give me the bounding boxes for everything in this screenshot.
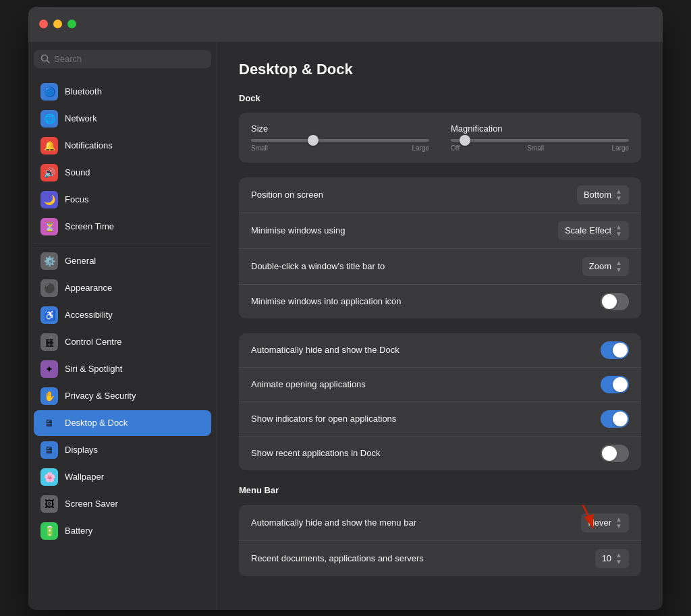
minimise-icon-label: Minimise windows into application icon [251, 296, 402, 306]
siri-spotlight-icon: ✦ [40, 360, 58, 378]
magnification-label: Magnification [451, 123, 629, 134]
sidebar-item-desktop-dock[interactable]: 🖥 Desktop & Dock [34, 410, 211, 436]
animate-toggle[interactable] [601, 376, 629, 393]
auto-hide-row: Automatically hide and show the Dock [239, 333, 641, 367]
position-label: Position on screen [251, 190, 323, 200]
position-stepper[interactable]: Bottom ▲▼ [577, 186, 629, 204]
sidebar-item-screen-saver[interactable]: 🖼 Screen Saver [34, 491, 211, 517]
svg-line-1 [47, 61, 50, 63]
sidebar-item-bluetooth[interactable]: 🔵 Bluetooth [34, 79, 211, 105]
animate-toggle-knob [613, 377, 628, 392]
minimise-value: Scale Effect [565, 225, 611, 235]
recent-docs-label: Recent documents, applications and serve… [251, 553, 424, 563]
sidebar-item-displays[interactable]: 🖥 Displays [34, 437, 211, 463]
sound-icon: 🔊 [40, 164, 58, 181]
bluetooth-icon: 🔵 [40, 83, 58, 101]
sidebar-item-siri-spotlight[interactable]: ✦ Siri & Spotlight [34, 356, 211, 382]
main-content: Desktop & Dock Dock Size [217, 42, 663, 610]
menu-bar-hide-value-group[interactable]: Never ▲▼ [581, 513, 629, 532]
show-recent-row: Show recent applications in Dock [239, 436, 641, 470]
menu-bar-hide-stepper[interactable]: Never ▲▼ [581, 513, 629, 532]
recent-docs-row: Recent documents, applications and serve… [239, 540, 641, 576]
sidebar-item-label-privacy-security: Privacy & Security [65, 391, 136, 401]
sidebar-item-control-centre[interactable]: ▦ Control Centre [34, 329, 211, 355]
sidebar-item-general[interactable]: ⚙️ General [34, 248, 211, 274]
double-click-stepper[interactable]: Zoom ▲▼ [582, 257, 629, 276]
magnification-range: Off Small Large [451, 144, 629, 152]
sidebar-item-focus[interactable]: 🌙 Focus [34, 187, 211, 213]
sidebar-item-notifications[interactable]: 🔔 Notifications [34, 133, 211, 159]
minimise-chevron: ▲▼ [615, 224, 622, 237]
sidebar-item-label-accessibility: Accessibility [65, 310, 113, 320]
sidebar-item-appearance[interactable]: ⚫ Appearance [34, 275, 211, 301]
battery-icon: 🔋 [40, 522, 58, 540]
privacy-security-icon: ✋ [40, 387, 58, 405]
focus-icon: 🌙 [40, 191, 58, 208]
sidebar-item-label-battery: Battery [65, 526, 92, 536]
show-indicators-label: Show indicators for open applications [251, 414, 396, 424]
slider-section: Size Small Large Mag [239, 113, 641, 163]
show-recent-toggle-knob [602, 446, 617, 461]
slider-row: Size Small Large Mag [251, 123, 629, 152]
magnification-slider-track[interactable] [451, 139, 629, 142]
double-click-value: Zoom [589, 261, 611, 271]
size-slider-group: Size Small Large [251, 123, 429, 152]
double-click-value-group[interactable]: Zoom ▲▼ [582, 257, 629, 276]
sidebar-item-sound[interactable]: 🔊 Sound [34, 160, 211, 186]
minimise-stepper[interactable]: Scale Effect ▲▼ [558, 221, 629, 240]
sidebar-item-screen-time[interactable]: ⏳ Screen Time [34, 214, 211, 240]
auto-hide-toggle[interactable] [601, 341, 629, 359]
menu-bar-hide-chevron: ▲▼ [615, 516, 622, 530]
sidebar-item-battery[interactable]: 🔋 Battery [34, 518, 211, 544]
show-recent-toggle[interactable] [601, 445, 629, 462]
magnification-slider-group: Magnification Off Small Large [451, 123, 629, 152]
minimise-label: Minimise windows using [251, 225, 345, 235]
recent-docs-value-group[interactable]: 10 ▲▼ [595, 549, 629, 568]
size-slider-track[interactable] [251, 139, 429, 142]
size-small-label: Small [251, 144, 268, 152]
wallpaper-icon: 🌸 [40, 468, 58, 486]
sidebar-item-label-focus: Focus [65, 194, 88, 204]
auto-hide-label: Automatically hide and show the Dock [251, 345, 399, 355]
menu-bar-hide-value: Never [588, 517, 611, 528]
sidebar-item-label-screen-saver: Screen Saver [65, 499, 118, 509]
content-area: 🔵 Bluetooth 🌐 Network 🔔 Notifications 🔊 … [28, 42, 663, 610]
sidebar-items: 🔵 Bluetooth 🌐 Network 🔔 Notifications 🔊 … [34, 79, 211, 544]
dock-toggles-card: Automatically hide and show the Dock Ani… [239, 333, 641, 470]
search-input[interactable] [54, 54, 204, 64]
maximize-button[interactable] [67, 20, 76, 28]
minimise-value-group[interactable]: Scale Effect ▲▼ [558, 221, 629, 240]
menu-bar-card: Automatically hide and show the menu bar… [239, 505, 641, 576]
sidebar-item-network[interactable]: 🌐 Network [34, 106, 211, 132]
accessibility-icon: ♿ [40, 306, 58, 324]
close-button[interactable] [39, 20, 48, 28]
menu-bar-section-title: Menu Bar [239, 485, 641, 495]
screen-saver-icon: 🖼 [40, 495, 58, 513]
sidebar-item-label-general: General [65, 256, 96, 266]
position-chevron: ▲▼ [615, 188, 622, 202]
double-click-chevron: ▲▼ [615, 260, 622, 273]
position-value-group[interactable]: Bottom ▲▼ [577, 186, 629, 204]
recent-docs-value: 10 [602, 553, 611, 563]
sidebar-item-accessibility[interactable]: ♿ Accessibility [34, 302, 211, 328]
sidebar-item-label-screen-time: Screen Time [65, 221, 114, 231]
sidebar-item-label-appearance: Appearance [65, 283, 112, 293]
dock-section-title: Dock [239, 93, 641, 103]
recent-docs-stepper[interactable]: 10 ▲▼ [595, 549, 629, 568]
search-box[interactable] [34, 50, 211, 68]
minimise-icon-toggle[interactable] [601, 293, 629, 310]
double-click-row: Double-click a window's title bar to Zoo… [239, 248, 641, 284]
show-recent-label: Show recent applications in Dock [251, 448, 381, 458]
notifications-icon: 🔔 [40, 137, 58, 155]
sidebar-item-privacy-security[interactable]: ✋ Privacy & Security [34, 383, 211, 409]
sidebar-item-wallpaper[interactable]: 🌸 Wallpaper [34, 464, 211, 490]
minimize-button[interactable] [53, 20, 62, 28]
recent-docs-chevron: ▲▼ [615, 552, 622, 565]
control-centre-icon: ▦ [40, 333, 58, 351]
sidebar-item-label-notifications: Notifications [65, 140, 113, 150]
sidebar-item-label-bluetooth: Bluetooth [65, 86, 102, 96]
titlebar [28, 7, 663, 42]
search-icon [40, 54, 50, 63]
menu-bar-hide-label: Automatically hide and show the menu bar [251, 517, 416, 528]
show-indicators-toggle[interactable] [601, 410, 629, 428]
